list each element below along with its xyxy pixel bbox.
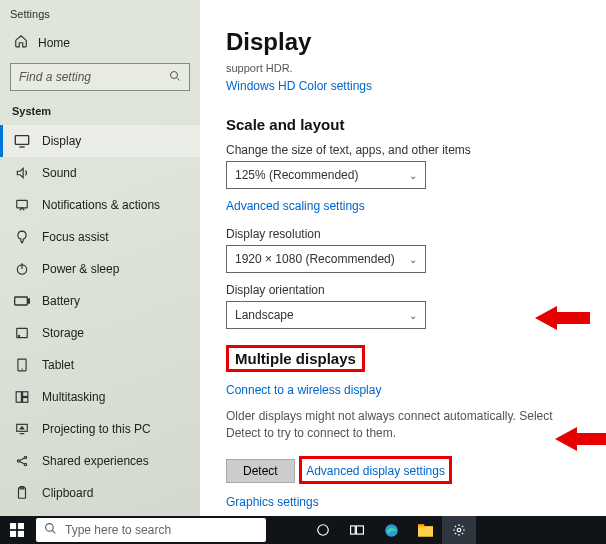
sidebar-item-label: Sound [42,166,77,180]
sidebar-item-multitasking[interactable]: Multitasking [0,381,200,413]
hdr-subtext: support HDR. [226,62,598,74]
svg-rect-36 [356,526,363,534]
sidebar-item-label: Projecting to this PC [42,422,151,436]
svg-line-22 [20,462,25,464]
taskbar-search[interactable]: Type here to search [36,518,266,542]
sound-icon [14,165,30,181]
advanced-display-link[interactable]: Advanced display settings [306,464,445,478]
sidebar-nav: Display Sound Notifications & actions Fo… [0,125,200,541]
sidebar-item-label: Clipboard [42,486,93,500]
clipboard-icon [14,485,30,501]
power-icon [14,261,30,277]
svg-line-1 [177,77,180,80]
sidebar-item-display[interactable]: Display [0,125,200,157]
svg-line-33 [52,530,55,533]
svg-rect-5 [17,200,28,208]
wireless-display-link[interactable]: Connect to a wireless display [226,383,381,397]
taskbar: Type here to search [0,516,606,544]
edge-icon[interactable] [374,516,408,544]
section-label: System [0,103,200,125]
svg-line-21 [20,458,25,460]
sidebar-item-focus-assist[interactable]: Focus assist [0,221,200,253]
sidebar-item-clipboard[interactable]: Clipboard [0,477,200,509]
resolution-label: Display resolution [226,227,598,241]
sidebar-item-storage[interactable]: Storage [0,317,200,349]
display-icon [14,133,30,149]
chevron-down-icon: ⌄ [409,170,417,181]
cortana-icon[interactable] [306,516,340,544]
sidebar-item-label: Storage [42,326,84,340]
scale-desc: Change the size of text, apps, and other… [226,143,598,157]
annotation-arrow-1 [535,303,590,333]
svg-point-32 [46,524,54,532]
multitasking-icon [14,389,30,405]
search-icon [44,522,57,538]
svg-point-19 [24,456,26,458]
sidebar-item-tablet[interactable]: Tablet [0,349,200,381]
search-placeholder: Find a setting [19,70,91,84]
scale-select[interactable]: 125% (Recommended) ⌄ [226,161,426,189]
svg-rect-30 [10,531,16,537]
home-icon [14,34,28,51]
search-input[interactable]: Find a setting [10,63,190,91]
chevron-down-icon: ⌄ [409,310,417,321]
sidebar-item-power[interactable]: Power & sleep [0,253,200,285]
orientation-select[interactable]: Landscape ⌄ [226,301,426,329]
scale-heading: Scale and layout [226,116,598,133]
explorer-icon[interactable] [408,516,442,544]
detect-desc: Older displays might not always connect … [226,408,566,442]
sidebar-item-label: Display [42,134,81,148]
settings-taskbar-icon[interactable] [442,516,476,544]
multiple-displays-heading: Multiple displays [235,350,356,367]
sidebar-item-label: Power & sleep [42,262,119,276]
svg-rect-9 [29,299,30,303]
main-content: Display support HDR. Windows HD Color se… [200,0,606,516]
svg-rect-8 [15,297,28,305]
adv-scaling-link[interactable]: Advanced scaling settings [226,199,365,213]
graphics-settings-link[interactable]: Graphics settings [226,495,319,509]
resolution-select[interactable]: 1920 × 1080 (Recommended) ⌄ [226,245,426,273]
focus-icon [14,229,30,245]
sidebar-item-label: Shared experiences [42,454,149,468]
svg-point-0 [171,71,178,78]
notifications-icon [14,197,30,213]
svg-rect-29 [18,523,24,529]
taskbar-icons [306,516,476,544]
tablet-icon [14,357,30,373]
search-icon [169,70,181,85]
home-button[interactable]: Home [0,28,200,59]
task-view-icon[interactable] [340,516,374,544]
resolution-value: 1920 × 1080 (Recommended) [235,252,395,266]
start-button[interactable] [0,516,34,544]
svg-rect-28 [10,523,16,529]
svg-rect-2 [15,136,28,145]
sidebar-item-projecting[interactable]: Projecting to this PC [0,413,200,445]
svg-point-20 [24,463,26,465]
sidebar-item-shared[interactable]: Shared experiences [0,445,200,477]
svg-point-11 [19,335,20,336]
sidebar-item-sound[interactable]: Sound [0,157,200,189]
chevron-down-icon: ⌄ [409,254,417,265]
highlight-box-adv-display: Advanced display settings [299,456,452,484]
svg-point-34 [318,525,329,536]
svg-rect-14 [16,392,21,403]
svg-point-40 [457,528,461,532]
storage-icon [14,325,30,341]
svg-rect-31 [18,531,24,537]
sidebar-item-label: Focus assist [42,230,109,244]
sidebar-item-notifications[interactable]: Notifications & actions [0,189,200,221]
battery-icon [14,293,30,309]
sidebar-item-label: Multitasking [42,390,105,404]
orientation-label: Display orientation [226,283,598,297]
svg-marker-4 [17,168,23,177]
hd-color-link[interactable]: Windows HD Color settings [226,79,372,93]
orientation-value: Landscape [235,308,294,322]
projecting-icon [14,421,30,437]
detect-button[interactable]: Detect [226,459,295,483]
svg-marker-26 [535,306,590,330]
app-title: Settings [0,6,200,28]
taskbar-search-placeholder: Type here to search [65,523,171,537]
sidebar-item-battery[interactable]: Battery [0,285,200,317]
shared-icon [14,453,30,469]
sidebar-item-label: Tablet [42,358,74,372]
